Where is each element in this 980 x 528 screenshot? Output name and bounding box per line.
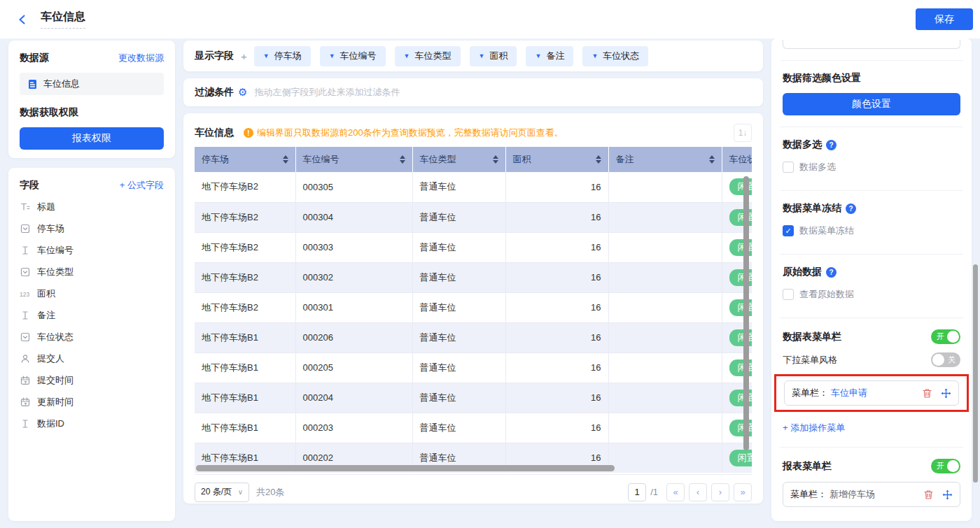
cell-note [608, 322, 722, 352]
color-settings-title: 数据筛选颜色设置 [783, 72, 960, 85]
column-header[interactable]: 车位类型 [412, 147, 505, 172]
cell-area: 16 [505, 413, 608, 443]
window-scrollbar[interactable] [973, 264, 978, 483]
menu-item-box[interactable]: 菜单栏： 车位申请 [784, 380, 959, 406]
menu-value[interactable]: 车位申请 [831, 387, 867, 399]
report-permission-button[interactable]: 报表权限 [20, 127, 164, 150]
move-icon[interactable] [941, 388, 951, 399]
table-row[interactable]: 地下停车场B2000303普通车位16闲置 [195, 232, 752, 262]
field-item[interactable]: 标题 [20, 196, 164, 217]
sort-carets-icon[interactable] [596, 155, 601, 164]
display-field-chip[interactable]: ▼面积 [470, 46, 517, 66]
first-page-button[interactable]: « [666, 483, 685, 501]
table-row[interactable]: 地下停车场B1000205普通车位16闲置 [195, 352, 752, 383]
dropdown-style-toggle[interactable]: 关 [931, 352, 960, 367]
page-title[interactable]: 车位信息 [41, 10, 85, 29]
table-horizontal-scrollbar[interactable] [196, 465, 615, 471]
page-size-select[interactable]: 20 条/页 ∨ [195, 483, 249, 502]
field-item[interactable]: 备注 [20, 304, 164, 326]
add-display-field-button[interactable]: + [241, 50, 247, 62]
column-header[interactable]: 车位状态 [722, 147, 752, 172]
sort-carets-icon[interactable] [709, 155, 715, 164]
report-menu-toggle[interactable]: 开 [931, 459, 960, 473]
chip-label: 备注 [546, 50, 564, 62]
chevron-down-icon[interactable]: ▼ [404, 52, 410, 59]
filter-bar[interactable]: 过滤条件 ⚙ 拖动左侧字段到此处来添加过滤条件 [183, 78, 763, 106]
save-button[interactable]: 保存 [916, 8, 973, 30]
chevron-down-icon[interactable]: ▼ [592, 52, 598, 59]
top-bar: 车位信息 保存 [0, 0, 980, 38]
table-menu-toggle[interactable]: 开 [931, 329, 960, 344]
chevron-down-icon[interactable]: ▼ [263, 52, 270, 59]
cell-note [608, 292, 722, 322]
field-item[interactable]: 提交人 [20, 348, 164, 369]
column-header[interactable]: 面积 [505, 147, 608, 172]
raw-data-title: 原始数据 [783, 266, 822, 278]
raw-data-label: 查看原始数据 [799, 288, 854, 301]
chevron-down-icon[interactable]: ▼ [479, 52, 485, 59]
menu-freeze-checkbox[interactable]: ✓ [783, 225, 794, 236]
cell-space-type: 普通车位 [412, 262, 505, 292]
chevron-down-icon[interactable]: ▼ [535, 52, 541, 59]
display-field-chip[interactable]: ▼车位状态 [582, 46, 648, 66]
column-header[interactable]: 备注 [608, 147, 722, 172]
field-item[interactable]: 车位类型 [20, 261, 164, 283]
permission-title: 数据获取权限 [20, 106, 164, 119]
change-datasource-link[interactable]: 更改数据源 [118, 52, 164, 64]
text-icon [20, 245, 31, 256]
last-page-button[interactable]: » [734, 483, 752, 501]
menu-prefix: 菜单栏： [792, 387, 828, 399]
add-action-menu-link[interactable]: + 添加操作菜单 [783, 422, 845, 434]
move-icon[interactable] [942, 490, 953, 500]
display-field-chip[interactable]: ▼车位编号 [320, 46, 386, 66]
prev-page-button[interactable]: ‹ [689, 483, 707, 501]
sort-carets-icon[interactable] [283, 155, 288, 164]
display-field-chip[interactable]: ▼车位类型 [395, 46, 461, 66]
sort-carets-icon[interactable] [400, 155, 405, 164]
chevron-down-icon[interactable]: ▼ [329, 52, 335, 59]
field-item[interactable]: 车位编号 [20, 239, 164, 261]
table-row[interactable]: 地下停车场B1000204普通车位16闲置 [195, 383, 752, 413]
table-row[interactable]: 地下停车场B2000301普通车位16闲置 [195, 292, 752, 322]
cell-parking-lot: 地下停车场B2 [195, 292, 295, 322]
display-field-chip[interactable]: ▼停车场 [254, 46, 311, 66]
table-row[interactable]: 地下停车场B2000305普通车位16闲置 [195, 172, 752, 202]
field-item[interactable]: 车位状态 [20, 326, 164, 348]
column-header[interactable]: 停车场 [195, 147, 295, 172]
help-icon[interactable]: ? [846, 204, 856, 214]
sort-order-icon[interactable]: 1↓ [734, 124, 752, 142]
datasource-item[interactable]: 车位信息 [20, 73, 164, 95]
raw-data-checkbox[interactable] [783, 289, 794, 300]
menu-item-box[interactable]: 菜单栏： 新增停车场 [783, 482, 960, 507]
page-number-input[interactable]: 1 [628, 483, 646, 501]
field-item[interactable]: 提交时间 [20, 369, 164, 391]
cell-space-code: 000204 [295, 383, 412, 413]
table-row[interactable]: 地下停车场B2000302普通车位16闲置 [195, 262, 752, 292]
menu-value[interactable]: 新增停车场 [830, 488, 875, 501]
color-settings-button[interactable]: 颜色设置 [783, 93, 960, 115]
display-field-chip[interactable]: ▼备注 [526, 46, 573, 66]
table-row[interactable]: 地下停车场B2000304普通车位16闲置 [195, 202, 752, 232]
cell-note [608, 383, 722, 413]
cell-parking-lot: 地下停车场B1 [195, 413, 295, 443]
help-icon[interactable]: ? [826, 267, 836, 278]
table-row[interactable]: 地下停车场B1000203普通车位16闲置 [195, 413, 752, 443]
trash-icon[interactable] [922, 388, 932, 399]
field-item[interactable]: 停车场 [20, 217, 164, 239]
add-formula-field-link[interactable]: + 公式字段 [120, 179, 164, 192]
cell-space-code: 000203 [295, 413, 412, 443]
table-row[interactable]: 地下停车场B1000206普通车位16闲置 [195, 322, 752, 352]
trash-icon[interactable] [923, 490, 934, 500]
sort-carets-icon[interactable] [493, 155, 498, 164]
column-header[interactable]: 车位编号 [295, 147, 412, 172]
back-icon[interactable] [17, 14, 28, 25]
cell-space-code: 000303 [295, 232, 412, 262]
table-vertical-scrollbar[interactable] [743, 176, 749, 450]
field-item[interactable]: 123面积 [20, 283, 164, 304]
multi-select-checkbox[interactable] [783, 162, 794, 173]
help-icon[interactable]: ? [826, 140, 836, 150]
field-item[interactable]: 更新时间 [20, 391, 164, 413]
next-page-button[interactable]: › [711, 483, 729, 501]
field-item[interactable]: 数据ID [20, 413, 164, 434]
gear-icon[interactable]: ⚙ [238, 86, 247, 99]
